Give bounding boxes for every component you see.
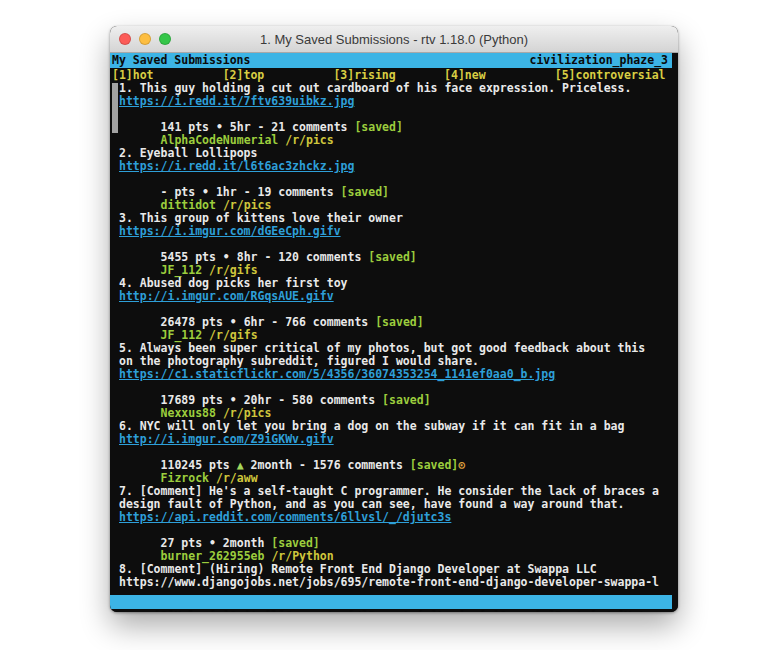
submission-url[interactable]: https://i.redd.it/7ftv639uibkz.jpg bbox=[119, 94, 354, 108]
subreddit-name[interactable]: /r/aww bbox=[216, 471, 258, 485]
sort-menu-item[interactable]: [2]top bbox=[223, 68, 334, 82]
minimize-window-button[interactable] bbox=[139, 33, 151, 45]
submission-link[interactable]: https://api.reddit.com/comments/6llvsl/_… bbox=[119, 511, 678, 524]
subreddit-name[interactable]: /r/pics bbox=[223, 198, 271, 212]
submission-link[interactable]: http://i.imgur.com/Z9iGKWv.gifv bbox=[119, 433, 678, 446]
submission-url[interactable]: https://api.reddit.com/comments/6llvsl/_… bbox=[119, 510, 451, 524]
close-window-button[interactable] bbox=[119, 33, 131, 45]
subreddit-name[interactable]: /r/pics bbox=[285, 133, 333, 147]
saved-badge: [saved] bbox=[382, 393, 430, 407]
submission-link[interactable]: https://c1.staticflickr.com/5/4356/36074… bbox=[119, 368, 678, 381]
upvote-arrow-icon: ▲ bbox=[237, 458, 244, 472]
submission-stats: 5455 pts • 8hr - 120 comments [saved] bbox=[119, 238, 678, 251]
submission-item[interactable]: 6. NYC will only let you bring a dog on … bbox=[119, 420, 678, 472]
saved-badge: [saved] bbox=[341, 185, 389, 199]
author-name[interactable]: burner_262955eb bbox=[161, 549, 265, 563]
saved-badge: [saved] bbox=[368, 250, 416, 264]
terminal-window: 1. My Saved Submissions - rtv 1.18.0 (Py… bbox=[110, 26, 678, 612]
terminal-content: My Saved Submissions civilization_phaze_… bbox=[110, 53, 678, 612]
keyboard-shortcuts: [?]Help [q]Quit [l]Comments [/]Prompt [u… bbox=[154, 609, 653, 612]
submission-stats: 17689 pts • 20hr - 580 comments [saved] bbox=[119, 381, 678, 394]
sort-menu-item[interactable]: [4]new bbox=[444, 68, 555, 82]
submission-item[interactable]: 2. Eyeball Lollipops https://i.redd.it/l… bbox=[119, 147, 678, 199]
page-title: My Saved Submissions bbox=[112, 53, 250, 68]
stats-text: 5455 pts • 8hr - 120 comments bbox=[161, 250, 369, 264]
stats-text: 17689 pts • 20hr - 580 comments bbox=[161, 393, 383, 407]
submission-url[interactable]: https://c1.staticflickr.com/5/4356/36074… bbox=[119, 367, 555, 381]
author-name[interactable]: dittidot bbox=[161, 198, 216, 212]
window-titlebar[interactable]: 1. My Saved Submissions - rtv 1.18.0 (Py… bbox=[110, 26, 678, 53]
subreddit-name[interactable]: /r/gifs bbox=[209, 328, 257, 342]
author-name[interactable]: JF_112 bbox=[161, 263, 203, 277]
stats-text: - pts • 1hr - 19 comments bbox=[161, 185, 341, 199]
sort-menu-item[interactable]: [1]hot bbox=[112, 68, 223, 82]
submission-stats: 27 pts • 2month [saved] bbox=[119, 524, 678, 537]
status-header-bar: My Saved Submissions civilization_phaze_… bbox=[110, 53, 672, 68]
selection-cursor bbox=[112, 83, 118, 133]
submission-stats: - pts • 1hr - 19 comments [saved] bbox=[119, 173, 678, 186]
submission-stats: 26478 pts • 6hr - 766 comments [saved] bbox=[119, 303, 678, 316]
submission-url[interactable]: http://i.imgur.com/RGqsAUE.gifv bbox=[119, 289, 334, 303]
submission-item[interactable]: 1. This guy holding a cut out cardboard … bbox=[119, 82, 678, 134]
subreddit-name[interactable]: /r/Python bbox=[271, 549, 333, 563]
subreddit-name[interactable]: /r/pics bbox=[223, 406, 271, 420]
submission-item[interactable]: 4. Abused dog picks her first toy http:/… bbox=[119, 277, 678, 329]
traffic-lights bbox=[119, 33, 171, 45]
help-footer-bar[interactable]: [?]Help [q]Quit [l]Comments [/]Prompt [u… bbox=[110, 595, 672, 609]
submission-link[interactable]: https://i.redd.it/l6t6ac3zhckz.jpg bbox=[119, 160, 678, 173]
submission-stats: 141 pts • 5hr - 21 comments [saved] bbox=[119, 108, 678, 121]
saved-badge: [saved] bbox=[375, 315, 423, 329]
saved-badge: [saved] bbox=[271, 536, 319, 550]
submission-url[interactable]: http://i.imgur.com/Z9iGKWv.gifv bbox=[119, 432, 334, 446]
stats-text: 27 pts • 2month bbox=[161, 536, 272, 550]
submission-item[interactable]: 5. Always been super critical of my phot… bbox=[119, 342, 678, 407]
stats-text-after-arrow: 2month - 1576 comments bbox=[244, 458, 410, 472]
submission-link[interactable]: https://i.redd.it/7ftv639uibkz.jpg bbox=[119, 95, 678, 108]
submission-item[interactable]: 7. [Comment] He's a self-taught C progra… bbox=[119, 485, 678, 550]
author-name[interactable]: Nexxus88 bbox=[161, 406, 216, 420]
stats-text: 26478 pts • 6hr - 766 comments bbox=[161, 315, 376, 329]
stats-text: 110245 pts bbox=[161, 458, 237, 472]
submission-list: 1. This guy holding a cut out cardboard … bbox=[110, 82, 678, 602]
author-name[interactable]: JF_112 bbox=[161, 328, 203, 342]
submission-link[interactable]: https://i.imgur.com/dGEeCph.gifv bbox=[119, 225, 678, 238]
submission-url[interactable]: https://i.imgur.com/dGEeCph.gifv bbox=[119, 224, 341, 238]
author-name[interactable]: AlphaCodeNumerial bbox=[161, 133, 279, 147]
gilded-icon: ⊙ bbox=[458, 458, 465, 472]
sort-order-menu: [1]hot[2]top[3]rising[4]new[5]controvers… bbox=[110, 68, 678, 82]
submission-url[interactable]: https://i.redd.it/l6t6ac3zhckz.jpg bbox=[119, 159, 354, 173]
subreddit-name[interactable]: /r/gifs bbox=[209, 263, 257, 277]
submission-title: https://www.djangojobs.net/jobs/695/remo… bbox=[119, 576, 678, 589]
submission-item[interactable]: 3. This group of kittens love their owne… bbox=[119, 212, 678, 264]
sort-menu-item[interactable]: [3]rising bbox=[333, 68, 444, 82]
saved-badge: [saved] bbox=[354, 120, 402, 134]
sort-menu-item[interactable]: [5]controversial bbox=[555, 68, 666, 82]
zoom-window-button[interactable] bbox=[159, 33, 171, 45]
saved-badge: [saved] bbox=[410, 458, 458, 472]
stats-text: 141 pts • 5hr - 21 comments bbox=[161, 120, 355, 134]
submission-stats: 110245 pts ▲ 2month - 1576 comments [sav… bbox=[119, 446, 678, 459]
submission-link[interactable]: http://i.imgur.com/RGqsAUE.gifv bbox=[119, 290, 678, 303]
window-title: 1. My Saved Submissions - rtv 1.18.0 (Py… bbox=[260, 32, 528, 47]
author-name[interactable]: Fizrock bbox=[161, 471, 209, 485]
logged-in-username: civilization_phaze_3 bbox=[530, 53, 668, 68]
